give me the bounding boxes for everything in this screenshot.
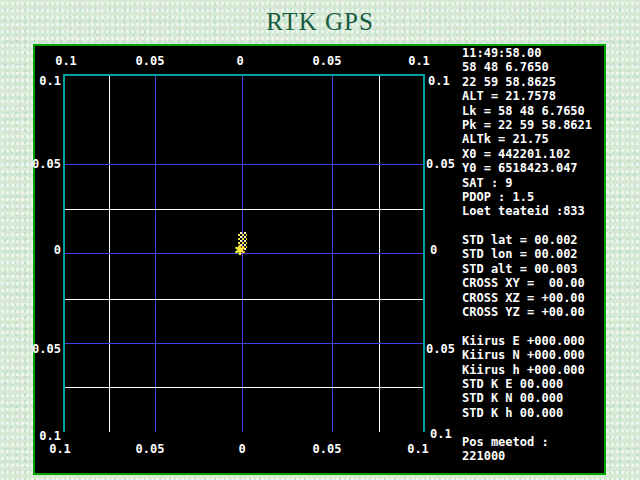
telemetry-line-cross-yz: CROSS YZ = +00.00 <box>462 305 604 319</box>
position-marker-star: ✱ <box>234 243 246 257</box>
telemetry-line-std-lon: STD lon = 00.002 <box>462 247 604 261</box>
axis-label-bottom: 0 <box>222 442 262 456</box>
axis-label-bottom: 0.1 <box>40 442 80 456</box>
axis-label-left: 0.1 <box>27 429 61 443</box>
axis-label-bottom: 0.1 <box>398 442 438 456</box>
grid-line-vertical-minor <box>109 76 110 432</box>
telemetry-line-blank <box>462 420 604 434</box>
axis-label-left: 0 <box>27 243 61 257</box>
telemetry-line-std-lat: STD lat = 00.002 <box>462 233 604 247</box>
telemetry-line-blank <box>462 319 604 333</box>
telemetry-line-kiirus-e: Kiirus E +000.000 <box>462 334 604 348</box>
telemetry-line-x0: X0 = 442201.102 <box>462 147 604 161</box>
telemetry-line-std-k-n: STD K N 00.000 <box>462 391 604 405</box>
telemetry-line-y0: Y0 = 6518423.047 <box>462 161 604 175</box>
axis-label-top: 0.05 <box>307 54 347 68</box>
telemetry-line-pos-meetod: Pos meetod : <box>462 435 604 449</box>
grid-line-horizontal-minor <box>65 387 423 388</box>
grid-line-horizontal-major <box>65 164 423 165</box>
telemetry-line-pdop: PDOP : 1.5 <box>462 190 604 204</box>
display-panel: 0.1 0.05 0 0.05 0.1 0.1 0.05 0 0.05 0.1 … <box>33 44 606 475</box>
page-title: RTK GPS <box>0 8 640 36</box>
axis-label-top: 0.1 <box>399 54 439 68</box>
telemetry-line-sat: SAT : 9 <box>462 176 604 190</box>
telemetry-line-blank <box>462 219 604 233</box>
telemetry-line-messages: Loet teateid :833 <box>462 204 604 218</box>
axis-label-bottom: 0.05 <box>130 442 170 456</box>
rtk-gps-screen: RTK GPS 0.1 0.05 0 0.05 0.1 0.1 0.05 0 0… <box>0 0 640 480</box>
grid-line-vertical-major <box>155 76 156 432</box>
telemetry-line-std-k-e: STD K E 00.000 <box>462 377 604 391</box>
grid-line-horizontal-minor <box>65 209 423 210</box>
grid-line-vertical-minor <box>379 76 380 432</box>
telemetry-line-cross-xz: CROSS XZ = +00.00 <box>462 291 604 305</box>
axis-label-top: 0.1 <box>46 54 86 68</box>
axis-label-left: 0.05 <box>27 157 61 171</box>
axis-label-right: 0.05 <box>426 157 455 171</box>
telemetry-line-altk: ALTk = 21.75 <box>462 132 604 146</box>
grid-line-vertical-major <box>332 76 333 432</box>
axis-label-left: 0.1 <box>27 74 61 88</box>
telemetry-line-lat: 58 48 6.7650 <box>462 60 604 74</box>
axis-label-right: 0 <box>430 243 437 257</box>
telemetry-line-pk: Pk = 22 59 58.8621 <box>462 118 604 132</box>
telemetry-line-time: 11:49:58.00 <box>462 46 604 60</box>
telemetry-line-kiirus-n: Kiirus N +000.000 <box>462 348 604 362</box>
axis-label-right: 0.1 <box>430 427 452 441</box>
telemetry-line-alt: ALT = 21.7578 <box>462 89 604 103</box>
telemetry-line-cross-xy: CROSS XY = 00.00 <box>462 276 604 290</box>
grid-line-horizontal-major <box>65 343 423 344</box>
plot-frame-top <box>63 74 425 76</box>
axis-label-top: 0 <box>220 54 260 68</box>
axis-label-right: 0.05 <box>426 342 455 356</box>
telemetry-line-kiirus-h: Kiirus h +000.000 <box>462 363 604 377</box>
telemetry-panel: 11:49:58.00 58 48 6.7650 22 59 58.8625 A… <box>462 46 604 463</box>
plot-frame-right <box>423 74 425 432</box>
telemetry-line-lon: 22 59 58.8625 <box>462 75 604 89</box>
telemetry-line-std-k-h: STD K h 00.000 <box>462 406 604 420</box>
axis-label-bottom: 0.05 <box>307 442 347 456</box>
telemetry-line-pos-code: 221000 <box>462 449 604 463</box>
axis-label-right: 0.1 <box>428 74 450 88</box>
axis-label-left: 0.05 <box>27 342 61 356</box>
grid-line-horizontal-minor <box>65 299 423 300</box>
telemetry-line-std-alt: STD alt = 00.003 <box>462 262 604 276</box>
axis-label-top: 0.05 <box>130 54 170 68</box>
telemetry-line-lk: Lk = 58 48 6.7650 <box>462 104 604 118</box>
